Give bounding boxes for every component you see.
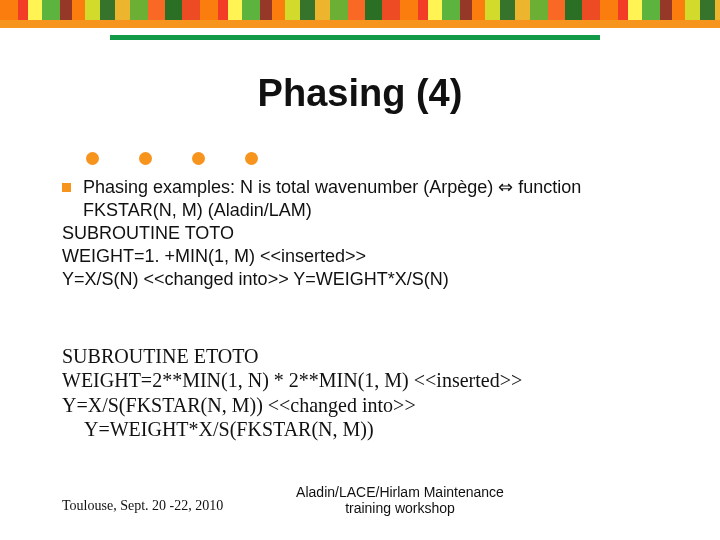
code-line: Y=X/S(FKSTAR(N, M)) <<changed into>> (62, 393, 682, 417)
decorative-photo-strip (0, 0, 720, 20)
decorative-dots (86, 152, 258, 165)
dot-icon (245, 152, 258, 165)
green-rule (110, 35, 600, 40)
dot-icon (86, 152, 99, 165)
bullet-item: Phasing examples: N is total wavenumber … (62, 176, 662, 222)
slide-title: Phasing (4) (0, 72, 720, 115)
footer-center-line2: training workshop (80, 500, 720, 516)
dot-icon (192, 152, 205, 165)
slide: Phasing (4) Phasing examples: N is total… (0, 0, 720, 540)
code-line: SUBROUTINE TOTO (62, 222, 662, 245)
code-line: Y=WEIGHT*X/S(FKSTAR(N, M)) (62, 417, 682, 441)
code-line: SUBROUTINE ETOTO (62, 344, 682, 368)
dot-icon (139, 152, 152, 165)
body-block-1: Phasing examples: N is total wavenumber … (62, 176, 662, 291)
bullet-text: Phasing examples: N is total wavenumber … (83, 176, 662, 222)
footer-center: Aladin/LACE/Hirlam Maintenance training … (0, 484, 720, 516)
footer-center-line1: Aladin/LACE/Hirlam Maintenance (80, 484, 720, 500)
code-line: WEIGHT=2**MIN(1, N) * 2**MIN(1, M) <<ins… (62, 368, 682, 392)
code-line: WEIGHT=1. +MIN(1, M) <<inserted>> (62, 245, 662, 268)
square-bullet-icon (62, 183, 71, 192)
body-block-2: SUBROUTINE ETOTO WEIGHT=2**MIN(1, N) * 2… (62, 344, 682, 442)
orange-underline (0, 20, 720, 28)
code-line: Y=X/S(N) <<changed into>> Y=WEIGHT*X/S(N… (62, 268, 662, 291)
top-bar (0, 0, 720, 28)
